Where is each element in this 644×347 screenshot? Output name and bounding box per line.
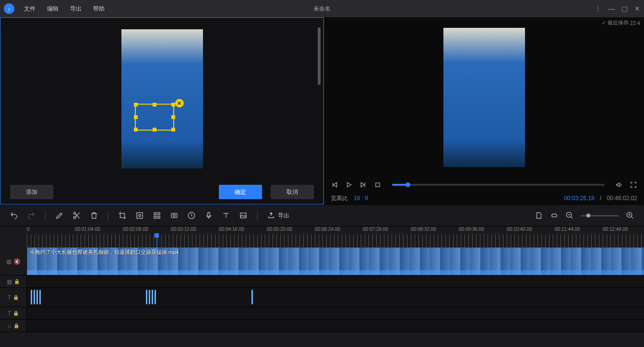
ruler-label: 00:06:24.00: [315, 227, 340, 232]
preview-stage: [324, 17, 644, 178]
menu-export[interactable]: 导出: [65, 3, 86, 15]
cancel-button[interactable]: 取消: [271, 185, 314, 199]
export-button[interactable]: 导出: [267, 212, 289, 220]
close-icon[interactable]: ✕: [634, 5, 640, 12]
zoom-controls: [535, 211, 634, 220]
zoom-out-icon[interactable]: [565, 211, 574, 220]
volume-icon[interactable]: [615, 181, 623, 189]
speed-icon[interactable]: [187, 211, 196, 220]
crop-icon[interactable]: [118, 211, 127, 220]
crop-video-frame[interactable]: ✕: [121, 29, 203, 168]
timeline-ruler[interactable]: 000:01:04.0000:02:08.0000:03:12.0000:04:…: [0, 227, 644, 248]
track-body-overlay[interactable]: [27, 275, 644, 287]
handle-top-right[interactable]: [171, 103, 175, 107]
pencil-icon[interactable]: [55, 211, 64, 220]
lock-icon[interactable]: 🔒: [13, 295, 19, 300]
selection-remove-icon[interactable]: ✕: [175, 99, 184, 108]
minimize-icon[interactable]: —: [608, 5, 615, 12]
aspect-value[interactable]: 16 : 9: [354, 195, 368, 202]
autosave-label: 最近保存: [608, 19, 629, 26]
zoom-slider[interactable]: [581, 215, 619, 216]
playhead[interactable]: [156, 233, 157, 248]
clip-waveform: [27, 270, 644, 275]
marker-end-icon[interactable]: [550, 211, 559, 220]
ruler-label: 00:05:20.00: [267, 227, 292, 232]
handle-mid-right[interactable]: [171, 115, 175, 119]
mosaic-icon[interactable]: [135, 211, 144, 220]
grid-icon[interactable]: [153, 211, 161, 220]
track-body-text1[interactable]: [27, 288, 644, 307]
app-logo: ♪: [4, 3, 14, 14]
divider: [257, 211, 258, 220]
marker-start-icon[interactable]: [535, 211, 543, 220]
ruler-label: 00:10:40.00: [507, 227, 532, 232]
menu-edit[interactable]: 编辑: [42, 3, 63, 15]
svg-rect-8: [208, 212, 210, 216]
zoom-in-icon[interactable]: [626, 211, 634, 220]
export-label: 导出: [278, 212, 289, 220]
track-body-video[interactable]: 今晚约了个大长腿包臀裙美乳御姐，扣逼揉奶口交舔弄猛操.mp4: [27, 248, 644, 275]
prev-frame-icon[interactable]: [331, 181, 338, 189]
zoom-thumb[interactable]: [586, 214, 590, 217]
text-marker-group[interactable]: [146, 290, 156, 304]
timecode-row: 宽高比 16 : 9 00:03:26.18 / 00:46:02.02: [324, 192, 644, 204]
track-video: ▦ 🔇 今晚约了个大长腿包臀裙美乳御姐，扣逼揉奶口交舔弄猛操.mp4: [0, 248, 644, 275]
redo-icon[interactable]: [27, 211, 36, 220]
svg-point-4: [139, 215, 141, 217]
handle-top-mid[interactable]: [153, 103, 156, 107]
play-icon[interactable]: [345, 181, 353, 189]
clip-thumbnails: 今晚约了个大长腿包臀裙美乳御姐，扣逼揉奶口交舔弄猛操.mp4: [27, 248, 644, 275]
seekbar-thumb[interactable]: [405, 182, 410, 187]
autosave-time: 22:4: [630, 20, 640, 26]
dialog-buttons: 添加 确定 取消: [0, 180, 323, 204]
seekbar[interactable]: [392, 184, 605, 186]
selection-box[interactable]: ✕: [135, 104, 174, 131]
track-text2: T 🔒: [0, 307, 644, 320]
menu-help[interactable]: 帮助: [88, 3, 109, 15]
scissors-icon[interactable]: [72, 211, 81, 220]
text-marker[interactable]: [251, 290, 253, 304]
handle-bottom-mid[interactable]: [153, 128, 156, 132]
mute-icon[interactable]: 🔇: [13, 258, 21, 265]
svg-point-2: [73, 216, 76, 219]
next-frame-icon[interactable]: [359, 181, 367, 189]
record-icon[interactable]: [170, 211, 179, 220]
handle-bottom-left[interactable]: [134, 128, 138, 132]
crop-stage[interactable]: ✕: [0, 18, 323, 180]
ruler-label: 0: [27, 227, 30, 232]
fullscreen-icon[interactable]: [630, 181, 637, 189]
track-body-audio[interactable]: [27, 320, 644, 332]
video-clip[interactable]: 今晚约了个大长腿包臀裙美乳御姐，扣逼揉奶口交舔弄猛操.mp4: [27, 248, 644, 275]
video-track-icon: ▦: [6, 258, 12, 265]
add-button[interactable]: 添加: [10, 185, 53, 199]
timecode-sep: /: [598, 195, 603, 202]
stop-icon[interactable]: [374, 181, 382, 189]
ruler-label: 00:11:44.00: [555, 227, 580, 232]
text-track-icon: T: [8, 294, 11, 301]
maximize-icon[interactable]: ▢: [621, 5, 628, 12]
autosave-info: ✓ 最近保存 22:4: [602, 19, 640, 26]
confirm-button[interactable]: 确定: [219, 185, 262, 199]
svg-rect-5: [171, 214, 177, 218]
ruler-label: 00:03:12.00: [171, 227, 196, 232]
image-icon[interactable]: [239, 211, 248, 220]
text-marker-group[interactable]: [31, 290, 41, 304]
timeline-toolbar: 导出: [0, 204, 644, 227]
titlebar: ♪ 文件 编辑 导出 帮助 未命名 ⋮ — ▢ ✕: [0, 0, 644, 17]
handle-bottom-right[interactable]: [171, 128, 175, 132]
lock-icon[interactable]: 🔒: [14, 279, 20, 284]
lock-icon[interactable]: 🔒: [13, 311, 19, 316]
window-title: 未命名: [313, 5, 331, 13]
lock-icon[interactable]: 🔒: [13, 323, 19, 328]
menu-file[interactable]: 文件: [19, 3, 40, 15]
trash-icon[interactable]: [90, 211, 98, 220]
main-area: ✕ 添加 确定 取消 ✓ 最近保存 22:4: [0, 17, 644, 204]
more-icon[interactable]: ⋮: [595, 5, 601, 12]
text-icon[interactable]: [222, 211, 230, 220]
track-body-text2[interactable]: [27, 307, 644, 319]
mic-icon[interactable]: [204, 211, 213, 220]
handle-mid-left[interactable]: [134, 115, 138, 119]
undo-icon[interactable]: [10, 211, 18, 220]
crop-scrollbar[interactable]: [318, 27, 321, 85]
handle-top-left[interactable]: [134, 103, 138, 107]
